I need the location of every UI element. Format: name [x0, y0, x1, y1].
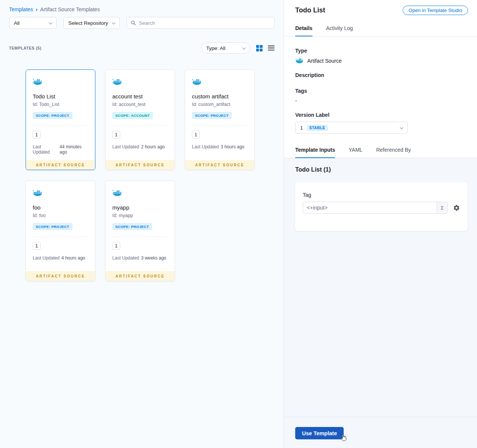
card-id: Id: custom_artifact [192, 102, 248, 107]
card-title: foo [33, 204, 88, 211]
cursor-pointer-icon [340, 434, 347, 442]
template-type-footer: ARTIFACT SOURCE [106, 271, 175, 281]
template-card-custom-artifact[interactable]: custom artifact Id: custom_artifact SCOP… [185, 69, 255, 170]
card-title: custom artifact [192, 93, 248, 100]
description-label: Description [295, 72, 466, 78]
detail-body: Type Artifact Source Description Tags - … [284, 36, 477, 142]
runtime-input-type-icon[interactable]: Σ [437, 202, 447, 213]
tab-template-inputs[interactable]: Template Inputs [295, 142, 335, 158]
chevron-down-icon [400, 125, 404, 129]
chevron-down-icon [112, 21, 116, 24]
breadcrumb-separator-icon: › [36, 6, 38, 12]
breadcrumb: Templates › Artifact Source Templates [9, 6, 275, 12]
tag-input[interactable]: <+input> Σ [303, 202, 448, 214]
tag-input-value: <+input> [303, 202, 437, 213]
card-divider [33, 237, 88, 237]
template-inputs-area: Todo List (1) Tag <+input> Σ [284, 158, 477, 417]
detail-tabs: Details Activity Log [284, 20, 477, 36]
template-card-foo[interactable]: foo Id: foo SCOPE: PROJECT 1 Last Update… [26, 181, 95, 281]
breadcrumb-templates-link[interactable]: Templates [9, 6, 33, 12]
tag-label: Tag [303, 192, 460, 198]
templates-list-pane: Templates › Artifact Source Templates Al… [0, 0, 284, 448]
last-updated: Last Updated 2 hours ago [112, 144, 168, 149]
scope-badge: SCOPE: PROJECT [112, 223, 152, 230]
repository-filter-value: Select Repository [68, 20, 108, 26]
last-updated: Last Updated 3 hours ago [192, 144, 248, 149]
list-toolbar: TEMPLATES (5) Type: All [9, 42, 275, 54]
use-template-button[interactable]: Use Template [295, 427, 344, 439]
open-in-template-studio-button[interactable]: Open in Template Studio [403, 6, 468, 15]
last-updated-label: Last Updated [33, 255, 59, 261]
inputs-card: Tag <+input> Σ [295, 182, 468, 231]
stable-badge: STABLE [307, 125, 328, 131]
tags-value: - [295, 98, 466, 104]
toolbar-right: Type: All [201, 42, 275, 54]
template-type-footer: ARTIFACT SOURCE [26, 271, 95, 281]
last-updated-label: Last Updated [33, 144, 58, 155]
card-id: Id: Todo_List [33, 102, 88, 107]
docker-icon [295, 57, 304, 64]
search-box [127, 17, 275, 29]
card-divider [112, 237, 168, 237]
template-card-account-test[interactable]: account test Id: account_test SCOPE: ACC… [105, 69, 175, 170]
version-select[interactable]: 1 STABLE [295, 122, 408, 134]
filters-row: All Select Repository [9, 17, 275, 29]
tab-referenced-by[interactable]: Referenced By [376, 142, 411, 158]
docker-icon [112, 189, 122, 197]
scope-badge: SCOPE: ACCOUNT [112, 112, 153, 119]
version-count-badge: 1 [112, 131, 120, 139]
card-id: Id: myapp [112, 213, 168, 218]
breadcrumb-current: Artifact Source Templates [40, 6, 100, 12]
search-icon [131, 20, 136, 26]
card-title: myapp [112, 204, 168, 211]
last-updated-label: Last Updated [112, 255, 139, 261]
type-label: Type [295, 48, 466, 54]
tags-label: Tags [295, 88, 466, 94]
last-updated-value: 4 hours ago [61, 255, 85, 261]
version-count-badge: 1 [192, 131, 200, 139]
last-updated: Last Updated 44 minutes ago [33, 144, 88, 155]
template-card-myapp[interactable]: myapp Id: myapp SCOPE: PROJECT 1 Last Up… [105, 181, 175, 281]
version-count-badge: 1 [33, 242, 41, 250]
search-input[interactable] [139, 20, 270, 26]
repository-filter-select[interactable]: Select Repository [63, 17, 120, 29]
type-filter-select[interactable]: Type: All [201, 42, 250, 54]
template-type-footer: ARTIFACT SOURCE [185, 160, 254, 170]
last-updated-value: 3 weeks ago [141, 255, 166, 261]
docker-icon [33, 189, 43, 197]
tab-yaml[interactable]: YAML [349, 142, 362, 158]
last-updated-value: 2 hours ago [141, 144, 165, 149]
chevron-down-icon [242, 46, 246, 50]
version-count-badge: 1 [33, 131, 41, 139]
card-title: Todo List [33, 93, 88, 100]
tab-activity-log[interactable]: Activity Log [326, 20, 353, 36]
last-updated: Last Updated 4 hours ago [33, 255, 88, 261]
tab-details[interactable]: Details [295, 20, 312, 36]
template-card-todo-list[interactable]: Todo List Id: Todo_List SCOPE: PROJECT 1… [26, 69, 95, 170]
app-root: Templates › Artifact Source Templates Al… [0, 0, 477, 448]
last-updated-value: 44 minutes ago [60, 144, 88, 155]
grid-view-icon[interactable] [256, 45, 263, 51]
card-divider [112, 125, 168, 126]
gear-icon[interactable] [453, 204, 460, 211]
type-filter-value: Type: All [206, 45, 225, 51]
last-updated-label: Last Updated [112, 144, 139, 149]
tag-input-row: <+input> Σ [303, 202, 460, 214]
card-title: account test [112, 93, 168, 100]
last-updated-value: 3 hours ago [220, 144, 244, 149]
scope-filter-value: All [14, 20, 20, 26]
action-bar: Use Template [284, 417, 477, 448]
page-title: Todo List [295, 6, 325, 14]
type-value: Artifact Source [307, 58, 342, 64]
docker-icon [112, 78, 122, 86]
scope-badge: SCOPE: PROJECT [33, 112, 72, 119]
version-label: Version Label [295, 112, 466, 118]
scope-badge: SCOPE: PROJECT [192, 112, 232, 119]
inputs-heading: Todo List (1) [295, 166, 468, 173]
docker-icon [33, 78, 43, 86]
list-view-icon[interactable] [268, 45, 275, 51]
version-value: 1 [300, 125, 303, 131]
scope-filter-select[interactable]: All [9, 17, 57, 29]
scope-badge: SCOPE: PROJECT [33, 223, 72, 230]
version-count-badge: 1 [112, 242, 120, 250]
